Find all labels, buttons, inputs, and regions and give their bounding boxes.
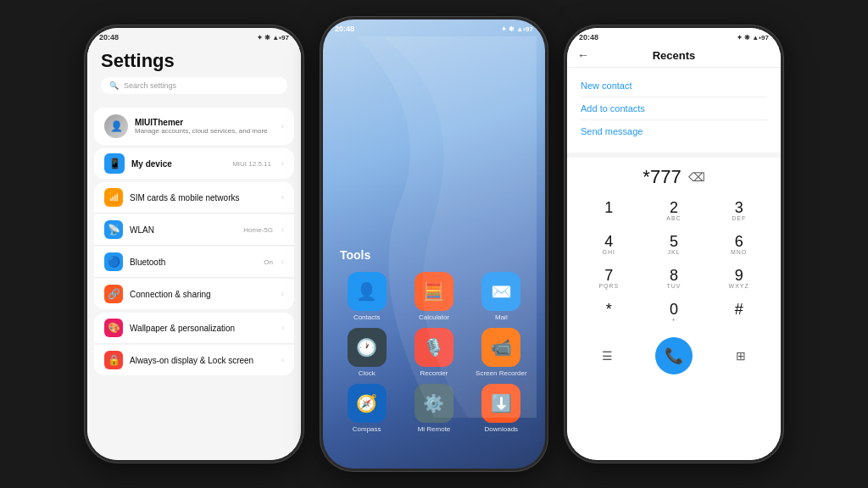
app-screen-recorder-label: Screen Recorder [476,369,526,377]
dial-main-1: 1 [604,200,613,215]
account-sub: Manage accounts, cloud services, and mor… [135,127,275,135]
dial-key-7[interactable]: 7 PQRS [577,263,641,295]
status-icons-3: ✦ ❋ ▲▪97 [737,34,769,42]
dial-key-2[interactable]: 2 ABC [643,195,706,227]
search-bar[interactable]: 🔍 Search settings [101,77,287,94]
folder-label: Tools [337,248,531,262]
sim-label: SIM cards & mobile networks [130,193,275,202]
time-2: 20:48 [335,25,354,33]
chevron-icon: › [281,290,284,298]
mail-icon: ✉️ [481,272,520,311]
connection-icon: 🔗 [104,285,123,303]
device-row[interactable]: 📱 My device MIUI 12.5.11 › [94,148,294,179]
settings-item-connection[interactable]: 🔗 Connection & sharing › [94,279,294,309]
dial-sub-8: TUV [666,283,681,290]
app-mi-remote-label: Mi Remote [418,425,451,433]
dial-key-8[interactable]: 8 TUV [643,263,706,295]
account-name: MIUIThemer [135,118,275,127]
dial-key-1[interactable]: 1 [577,195,641,227]
dial-main-3: 3 [735,200,743,215]
backspace-button[interactable]: ⌫ [688,170,705,184]
account-info: MIUIThemer Manage accounts, cloud servic… [135,118,275,135]
search-icon: 🔍 [109,81,119,90]
status-icons-1: ✦ ❋ ▲▪97 [257,34,289,42]
new-contact-action[interactable]: New contact [581,75,767,97]
call-button[interactable]: 📞 [655,337,693,374]
recents-screen: ← Recents New contact Add to contacts Se… [567,43,781,460]
status-icons-2: ✦ ❋ ▲▪97 [501,25,533,33]
app-contacts-label: Contacts [353,313,381,321]
dial-key-6[interactable]: 6 MNO [707,229,771,261]
add-to-contacts-action[interactable]: Add to contacts [581,97,767,120]
chevron-icon: › [281,258,284,266]
app-mail[interactable]: ✉️ Mail [471,272,531,321]
dial-key-star[interactable]: * [577,297,641,329]
settings-item-wallpaper[interactable]: 🎨 Wallpaper & personalization › [94,313,294,344]
wlan-value: Home-5G [243,226,273,234]
app-downloads[interactable]: ⬇️ Downloads [471,384,531,433]
chevron-icon: › [281,356,284,364]
wallpaper-icon: 🎨 [104,319,123,337]
recorder-icon: 🎙️ [415,328,453,367]
clock-icon: 🕐 [348,328,387,367]
settings-title: Settings [101,50,287,72]
call-icon: 📞 [665,347,683,365]
dial-key-9[interactable]: 9 WXYZ [707,263,771,295]
phone-dialer: 20:48 ✦ ❋ ▲▪97 ← Recents New contact Add… [564,25,784,463]
app-calculator-label: Calculator [419,313,449,321]
send-message-action[interactable]: Send message [581,120,767,142]
settings-item-aod[interactable]: 🔒 Always-on display & Lock screen › [94,345,294,375]
dial-key-3[interactable]: 3 DEF [707,195,771,227]
signal-icons-2: ✦ ❋ ▲▪97 [501,25,533,33]
app-clock[interactable]: 🕐 Clock [337,328,397,377]
divider [567,152,781,158]
dial-sub-0: + [671,317,676,324]
dial-sub-7: PQRS [598,283,619,290]
app-contacts[interactable]: 👤 Contacts [337,272,397,321]
wlan-label: WLAN [130,225,236,235]
dial-main-7: 7 [604,268,613,283]
device-icon: 📱 [104,153,125,174]
wallpaper-label: Wallpaper & personalization [130,324,275,333]
chevron-icon: › [281,122,284,130]
downloads-icon: ⬇️ [481,384,520,423]
menu-icon[interactable]: ☰ [602,349,613,363]
app-screen-recorder[interactable]: 📹 Screen Recorder [471,328,531,377]
settings-item-sim[interactable]: 📶 SIM cards & mobile networks › [94,182,294,214]
dial-sub-3: DEF [732,215,746,222]
dial-key-0[interactable]: 0 + [643,297,706,329]
bluetooth-icon: 🔵 [104,252,123,271]
status-bar-2: 20:48 ✦ ❋ ▲▪97 [323,19,545,35]
app-compass[interactable]: 🧭 Compass [337,384,397,433]
calculator-icon: 🧮 [415,272,453,311]
grid-icon[interactable]: ⊞ [736,349,746,363]
app-calculator[interactable]: 🧮 Calculator [403,272,464,321]
settings-item-wlan[interactable]: 📡 WLAN Home-5G › [94,214,294,246]
dial-sub-4: GHI [603,249,615,256]
app-downloads-label: Downloads [485,425,519,433]
avatar: 👤 [104,114,128,138]
dial-sub-5: JKL [667,249,680,256]
aod-icon: 🔒 [104,351,123,369]
phone-home: 20:48 ✦ ❋ ▲▪97 Tools 👤 Contacts [320,16,548,472]
dial-key-5[interactable]: 5 JKL [643,229,706,261]
app-mi-remote[interactable]: ⚙️ Mi Remote [403,384,464,433]
recents-title: Recents [596,49,752,62]
back-button[interactable]: ← [577,48,589,62]
phones-container: 20:48 ✦ ❋ ▲▪97 Settings 🔍 Search setting… [67,0,801,488]
dial-key-4[interactable]: 4 GHI [577,229,641,261]
settings-item-bluetooth[interactable]: 🔵 Bluetooth On › [94,247,294,278]
time-1: 20:48 [99,33,119,42]
app-grid: 👤 Contacts 🧮 Calculator ✉️ Mail 🕐 Clock [337,272,531,433]
dial-key-hash[interactable]: # [707,297,771,329]
app-recorder[interactable]: 🎙️ Recorder [403,328,464,377]
status-bar-3: 20:48 ✦ ❋ ▲▪97 [567,28,781,43]
dial-sub-6: MNO [731,249,747,256]
dial-sub-2: ABC [666,215,681,222]
sim-icon: 📶 [104,188,123,207]
chevron-icon: › [281,225,284,234]
recents-topbar: ← Recents [567,43,781,68]
signal-icons-1: ✦ ❋ ▲▪97 [257,34,289,42]
settings-list: 📶 SIM cards & mobile networks › 📡 WLAN H… [87,182,301,309]
account-row[interactable]: 👤 MIUIThemer Manage accounts, cloud serv… [94,108,294,145]
